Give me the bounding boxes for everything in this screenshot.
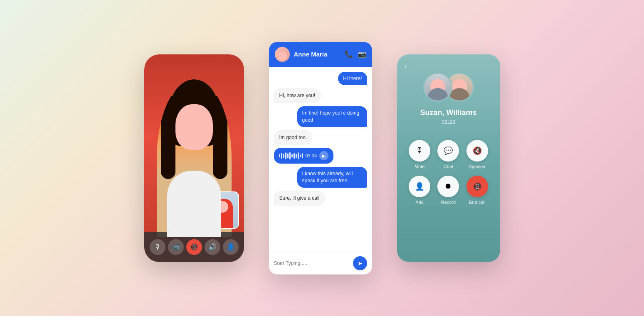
toggle-camera-button[interactable]: 📹	[168, 239, 184, 255]
send-icon: ➤	[358, 260, 363, 267]
add-button[interactable]: 👤	[409, 176, 430, 197]
message-7: Sure, ill give a call	[274, 191, 325, 206]
speaker-label: Speaker	[469, 164, 486, 169]
chat-action-icons: 📞 📷	[345, 50, 366, 58]
record-label: Record	[441, 200, 456, 205]
end-call-button[interactable]: 📵	[186, 239, 202, 255]
end-call-icon: 📵	[190, 243, 198, 251]
body-decoration	[167, 171, 221, 237]
speaker-icon: 🔊	[208, 243, 217, 251]
mic-icon: 🎙	[154, 243, 161, 251]
contact-name: Anne Maria	[294, 51, 341, 58]
record-icon: ⏺	[444, 182, 452, 191]
camera-icon: 📹	[172, 243, 180, 251]
chat-header: Anne Maria 📞 📷	[269, 42, 372, 67]
speaker-control[interactable]: 🔇 Speaker	[466, 140, 488, 169]
record-button[interactable]: ⏺	[437, 176, 459, 197]
voice-play-button[interactable]: ▶	[319, 151, 328, 160]
add-control[interactable]: 👤 Add	[409, 176, 430, 205]
wave-bar-6	[289, 152, 291, 159]
record-control[interactable]: ⏺ Record	[437, 176, 459, 205]
message-2: Hi, how are you!	[274, 88, 321, 103]
end-call-phone-icon: 📵	[473, 182, 482, 191]
send-button[interactable]: ➤	[353, 256, 367, 270]
end-call-btn[interactable]: 📵	[466, 176, 488, 197]
message-4: Im good too.	[274, 130, 313, 145]
caller-silhouette	[157, 79, 232, 237]
phone-video-call: 🎙 📹 📵 🔊 👤	[144, 54, 244, 262]
wave-bar-11	[300, 154, 301, 157]
end-call-control[interactable]: 📵 End call	[466, 176, 488, 205]
wave-bar-1	[279, 154, 280, 157]
phone-call-icon[interactable]: 📞	[345, 50, 353, 58]
message-6: I know this already, will speak if you a…	[297, 167, 367, 188]
speaker-button[interactable]: 🔊	[205, 239, 220, 255]
contact-avatar	[275, 47, 290, 62]
call-controls-row-1: 🎙 Mute 💬 Chat 🔇 Speaker	[405, 140, 492, 169]
wave-bar-7	[291, 154, 293, 157]
mute-label: Mute	[415, 164, 424, 169]
wave-bar-9	[296, 154, 297, 158]
back-button[interactable]: ‹	[405, 62, 407, 71]
main-caller-video	[144, 54, 244, 262]
chat-input-bar: ➤	[269, 252, 372, 274]
wave-bar-8	[294, 153, 295, 159]
wave-bar-12	[302, 153, 303, 158]
chat-button[interactable]: 💬	[437, 140, 459, 162]
chat-messages-list: Hi there! Hi, how are you! Im fine! hope…	[269, 67, 372, 252]
call-duration-timer: 01:23	[442, 119, 455, 125]
end-call-label: End call	[469, 200, 485, 205]
mute-button[interactable]: 🎙	[409, 140, 430, 162]
call-controls-panel: 🎙 Mute 💬 Chat 🔇 Speaker	[405, 140, 492, 205]
add-label: Add	[415, 200, 424, 205]
add-person-icon: 👤	[227, 243, 235, 251]
video-background: 🎙 📹 📵 🔊 👤	[144, 54, 244, 262]
contact-avatar-face	[278, 51, 287, 61]
video-call-icon[interactable]: 📷	[358, 50, 366, 58]
add-person-icon: 👤	[415, 182, 424, 191]
mute-mic-icon: 🎙	[416, 146, 423, 155]
message-input[interactable]	[274, 260, 350, 266]
message-3: Im fine! hope you're doing good	[297, 106, 367, 127]
waveform-display	[279, 152, 303, 160]
voice-message: 03:34 ▶	[274, 148, 334, 164]
add-participant-button[interactable]: 👤	[223, 239, 239, 255]
speaker-mute-icon: 🔇	[473, 146, 482, 155]
avatar-inner-1	[424, 74, 451, 100]
call-contact-name: Suzan, Williams	[420, 108, 477, 117]
speaker-btn[interactable]: 🔇	[466, 140, 488, 162]
wave-bar-10	[298, 152, 299, 159]
call-controls-row-2: 👤 Add ⏺ Record 📵 End call	[405, 176, 492, 205]
mute-control[interactable]: 🎙 Mute	[409, 140, 430, 169]
chat-icon: 💬	[444, 146, 453, 155]
main-container: 🎙 📹 📵 🔊 👤 Anne Mar	[0, 0, 644, 316]
avatar-body-1	[427, 88, 448, 100]
chat-label: Chat	[444, 164, 453, 169]
message-1: Hi there!	[338, 72, 367, 86]
voice-duration: 03:34	[306, 153, 317, 158]
wave-bar-4	[285, 152, 286, 159]
phone-active-call: ‹ Suzan, Williams 01:23 🎙	[397, 54, 500, 262]
wave-bar-2	[281, 153, 282, 159]
chat-control[interactable]: 💬 Chat	[437, 140, 459, 169]
wave-bar-3	[283, 154, 284, 158]
wave-bar-5	[287, 153, 289, 158]
phone-chat: Anne Maria 📞 📷 Hi there! Hi, how are you…	[269, 42, 372, 274]
call-avatars-group	[423, 73, 474, 102]
mute-mic-button[interactable]: 🎙	[150, 239, 165, 255]
caller-avatar-1	[423, 73, 452, 102]
face-decoration	[175, 104, 213, 150]
